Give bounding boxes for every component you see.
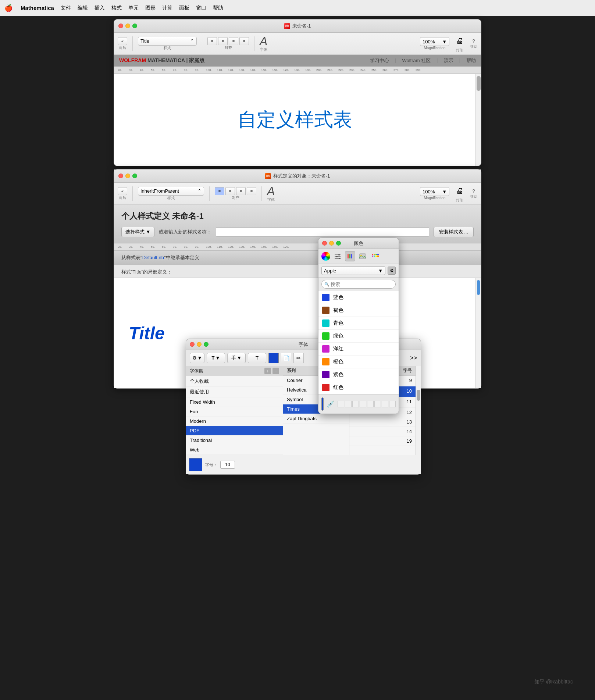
scrollbar-thumb-2[interactable]	[477, 280, 480, 295]
wolfram-learning-link[interactable]: 学习中心	[370, 57, 389, 64]
color-item-orange[interactable]: 橙色	[318, 356, 399, 368]
swatch-3[interactable]	[352, 401, 359, 407]
align-right-button[interactable]: ≡	[229, 37, 238, 45]
font-style-button[interactable]: T	[248, 353, 266, 363]
swatch-6[interactable]	[374, 401, 381, 407]
back-button-2[interactable]: «	[118, 187, 127, 195]
collection-item-modern[interactable]: Modern	[186, 417, 283, 426]
install-stylesheet-button[interactable]: 安装样式表 ...	[434, 227, 474, 237]
swatch-2[interactable]	[345, 401, 352, 407]
align-justify-button[interactable]: ≡	[239, 37, 249, 45]
series-item-zapf[interactable]: Zapf Dingbats	[283, 414, 349, 424]
align-left-button[interactable]: ≡	[207, 37, 217, 45]
color-item-red[interactable]: 红色	[318, 381, 399, 394]
color-item-blue[interactable]: 蓝色	[318, 291, 399, 304]
swatch-5[interactable]	[367, 401, 374, 407]
print-button-2[interactable]: 🖨	[453, 185, 466, 198]
swatch-4[interactable]	[360, 401, 366, 407]
align-justify-button-2[interactable]: ≡	[247, 187, 256, 195]
menu-edit[interactable]: 编辑	[78, 5, 88, 11]
maximize-button-2[interactable]	[132, 174, 137, 178]
minimize-button-2[interactable]	[125, 174, 130, 178]
align-center-button[interactable]: ≡	[218, 37, 228, 45]
close-button-color[interactable]	[322, 241, 327, 246]
font-doc-icon[interactable]: 📄	[281, 353, 291, 363]
swatch-8[interactable]	[389, 401, 396, 407]
color-item-green[interactable]: 绿色	[318, 330, 399, 343]
color-item-cyan[interactable]: 青色	[318, 317, 399, 330]
wolfram-help-link[interactable]: 帮助	[466, 57, 476, 64]
doc-area-1[interactable]: 自定义样式表	[114, 74, 475, 166]
font-settings-button[interactable]: ⚙ ▼	[190, 353, 204, 363]
style-dropdown[interactable]: Title ⌃	[138, 37, 197, 46]
color-item-brown[interactable]: 褐色	[318, 304, 399, 317]
style-item-19[interactable]: 19	[349, 436, 416, 446]
menu-help[interactable]: 帮助	[213, 5, 223, 11]
wolfram-demo-link[interactable]: 演示	[444, 57, 453, 64]
back-button[interactable]: «	[118, 37, 127, 45]
collection-item-fixedwidth[interactable]: Fixed Width	[186, 397, 283, 407]
help-button-2[interactable]: ?	[472, 188, 475, 194]
menu-cell[interactable]: 单元	[128, 5, 139, 11]
align-right-button-2[interactable]: ≡	[236, 187, 246, 195]
color-item-magenta[interactable]: 洋红	[318, 343, 399, 356]
remove-collection-button[interactable]: −	[272, 368, 279, 374]
menu-compute[interactable]: 计算	[162, 5, 172, 11]
color-image-button[interactable]	[357, 251, 368, 261]
font-scrollbar-thumb[interactable]	[417, 390, 420, 401]
choose-style-button[interactable]: 选择样式 ▼	[121, 227, 154, 237]
collection-item-fun[interactable]: Fun	[186, 407, 283, 417]
color-palette-button[interactable]	[370, 251, 380, 261]
color-gear-button[interactable]: ⚙	[388, 267, 396, 275]
color-crayon-button[interactable]	[345, 251, 355, 261]
style-name-input[interactable]	[216, 227, 429, 237]
print-button[interactable]: 🖨	[453, 35, 466, 48]
add-collection-button[interactable]: +	[264, 368, 271, 374]
minimize-button-color[interactable]	[329, 241, 334, 246]
style-dropdown-2[interactable]: InheritFromParent ⌃	[138, 187, 204, 196]
menu-window[interactable]: 窗口	[196, 5, 206, 11]
color-item-purple[interactable]: 紫色	[318, 368, 399, 381]
wolfram-community-link[interactable]: Wolfram 社区	[402, 57, 431, 64]
color-source-dropdown[interactable]: Apple ▼	[321, 266, 385, 275]
menu-panel[interactable]: 面板	[179, 5, 189, 11]
style-item-14[interactable]: 14	[349, 427, 416, 436]
maximize-button-font[interactable]	[204, 342, 209, 347]
color-wheel-button[interactable]	[321, 252, 330, 261]
close-button-2[interactable]	[118, 174, 123, 178]
align-left-button-2[interactable]: ≡	[215, 187, 224, 195]
close-button-font[interactable]	[190, 342, 195, 347]
minimize-button-font[interactable]	[197, 342, 202, 347]
swatch-1[interactable]	[338, 401, 344, 407]
color-sliders-button[interactable]	[332, 251, 343, 261]
menu-graphics[interactable]: 图形	[145, 5, 156, 11]
magnification-dropdown-2[interactable]: 100% ▼	[420, 187, 449, 196]
collection-item-recent[interactable]: 最近使用	[186, 387, 283, 397]
collection-item-web[interactable]: Web	[186, 445, 283, 455]
style-item-13[interactable]: 13	[349, 417, 416, 427]
color-search-input[interactable]	[321, 280, 396, 289]
align-center-button-2[interactable]: ≡	[225, 187, 235, 195]
font-color-swatch[interactable]	[268, 353, 279, 363]
collection-item-traditional[interactable]: Traditional	[186, 436, 283, 445]
scrollbar-v-2[interactable]	[475, 278, 481, 388]
font-size-input[interactable]	[220, 461, 235, 469]
collection-item-pdf[interactable]: PDF	[186, 426, 283, 436]
menu-insert[interactable]: 插入	[95, 5, 105, 11]
eyedropper-button[interactable]: 💉	[327, 400, 335, 408]
menu-file[interactable]: 文件	[61, 5, 71, 11]
minimize-button-1[interactable]	[125, 24, 130, 28]
help-button[interactable]: ?	[472, 38, 475, 44]
font-more-button[interactable]: >>	[410, 355, 417, 361]
font-size-button[interactable]: 手 ▼	[227, 353, 246, 363]
font-pen-icon[interactable]: ✏	[293, 353, 304, 363]
font-panel-scrollbar[interactable]	[416, 366, 421, 455]
default-nb-link[interactable]: Default.nb	[142, 255, 164, 260]
maximize-button-color[interactable]	[336, 241, 341, 246]
magnification-dropdown[interactable]: 100% ▼	[420, 37, 449, 46]
close-button-1[interactable]	[118, 24, 123, 28]
menu-format[interactable]: 格式	[111, 5, 122, 11]
apple-menu[interactable]: 🍎	[4, 4, 13, 12]
swatch-7[interactable]	[382, 401, 388, 407]
scrollbar-thumb-1[interactable]	[477, 76, 481, 91]
